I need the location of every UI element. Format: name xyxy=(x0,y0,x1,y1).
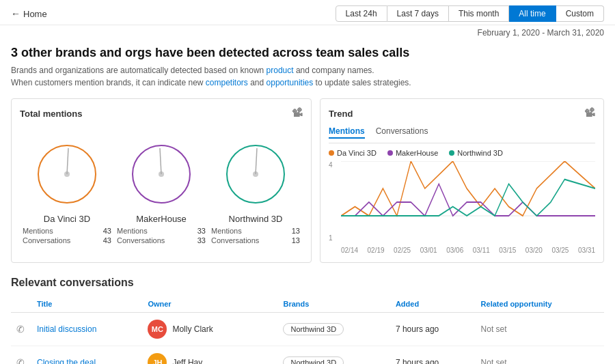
makerhouse-stats: Mentions 33 Conversations 33 xyxy=(117,227,206,244)
brand-northwind: Northwind 3D Mentions 13 Conversations 1… xyxy=(211,133,300,244)
row1-added: 7 hours ago xyxy=(390,313,476,346)
table-row: ✆ Initial discussion MC Molly Clark Nort… xyxy=(11,313,604,346)
trend-tabs: Mentions Conversations xyxy=(329,126,595,143)
trend-legend: Da Vinci 3D MakerHouse Northwind 3D xyxy=(329,149,595,157)
row1-avatar: MC xyxy=(148,320,167,339)
page-description: Brands and organizations are automatical… xyxy=(11,64,604,89)
back-link[interactable]: ← Home xyxy=(11,8,47,19)
chart-area: 02/14 02/19 02/25 03/01 03/06 03/11 03/1… xyxy=(341,161,595,254)
row2-brand: Northwind 3D xyxy=(277,346,390,365)
cards-row: Total mentions 📽 Da Vinci 3D Mentions xyxy=(11,98,604,263)
total-mentions-card: Total mentions 📽 Da Vinci 3D Mentions xyxy=(11,98,312,263)
product-link[interactable]: product xyxy=(266,66,294,75)
davinci-name: Da Vinci 3D xyxy=(23,214,111,224)
trend-export-icon[interactable]: 📽 xyxy=(584,107,595,120)
th-owner: Owner xyxy=(142,296,277,313)
row2-owner-name: Jeff Hay xyxy=(172,358,202,364)
row1-owner-name: Molly Clark xyxy=(172,324,213,334)
row2-brand-tag: Northwind 3D xyxy=(283,356,344,364)
time-filters: Last 24h Last 7 days This month All time… xyxy=(336,5,604,22)
row1-owner: MC Molly Clark xyxy=(142,313,277,346)
y-axis: 4 1 xyxy=(329,161,338,254)
th-added: Added xyxy=(390,296,476,313)
desc-line2: When customers mention brands, it can in… xyxy=(11,78,411,87)
legend-makerhouse-dot xyxy=(387,150,393,156)
svg-line-5 xyxy=(160,148,161,174)
northwind-circle-svg xyxy=(211,133,300,208)
row2-icon: ✆ xyxy=(11,346,31,365)
row2-avatar: JH xyxy=(148,353,167,364)
davinci-circle-svg xyxy=(23,133,111,208)
header: ← Home Last 24h Last 7 days This month A… xyxy=(0,0,615,25)
legend-davinci: Da Vinci 3D xyxy=(329,149,377,157)
filter-last24h[interactable]: Last 24h xyxy=(336,5,387,22)
opportunities-link[interactable]: opportunities xyxy=(266,78,314,87)
row2-opportunity: Not set xyxy=(476,346,604,365)
trend-card: Trend 📽 Mentions Conversations Da Vinci … xyxy=(320,98,604,263)
conversations-table: Title Owner Brands Added Related opportu… xyxy=(11,296,604,364)
northwind-stats: Mentions 13 Conversations 13 xyxy=(211,227,300,244)
row1-icon: ✆ xyxy=(11,313,31,346)
brand-makerhouse: MakerHouse Mentions 33 Conversations 33 xyxy=(117,133,206,244)
circles-row: Da Vinci 3D Mentions 43 Conversations 43 xyxy=(20,126,303,251)
legend-northwind-dot xyxy=(449,150,454,156)
back-label: Home xyxy=(23,9,47,19)
row2-title[interactable]: Closing the deal xyxy=(31,346,142,365)
back-arrow-icon: ← xyxy=(11,8,20,19)
svg-line-2 xyxy=(67,148,68,174)
desc-line1: Brands and organizations are automatical… xyxy=(11,66,374,75)
th-icon xyxy=(11,296,31,313)
davinci-stats: Mentions 43 Conversations 43 xyxy=(23,227,111,244)
phone-icon: ✆ xyxy=(16,357,25,364)
row2-owner: JH Jeff Hay xyxy=(142,346,277,365)
makerhouse-circle-svg xyxy=(117,133,206,208)
makerhouse-name: MakerHouse xyxy=(117,214,206,224)
row1-opportunity: Not set xyxy=(476,313,604,346)
row1-brand-tag: Northwind 3D xyxy=(283,323,344,335)
filter-last7days[interactable]: Last 7 days xyxy=(387,5,449,22)
brand-davinci: Da Vinci 3D Mentions 43 Conversations 43 xyxy=(23,133,111,244)
legend-northwind: Northwind 3D xyxy=(449,149,503,157)
filter-custom[interactable]: Custom xyxy=(556,5,604,22)
chart-container: 4 1 xyxy=(329,161,595,254)
phone-icon: ✆ xyxy=(16,324,25,335)
trend-chart-svg xyxy=(341,161,595,243)
th-brands: Brands xyxy=(277,296,390,313)
page-title: 3 other brands and orgs have been detect… xyxy=(11,46,604,60)
row1-title[interactable]: Initial discussion xyxy=(31,313,142,346)
section-title: Relevant conversations xyxy=(11,277,604,289)
tab-conversations[interactable]: Conversations xyxy=(376,126,428,139)
total-mentions-title: Total mentions 📽 xyxy=(20,107,303,120)
legend-davinci-dot xyxy=(329,150,334,156)
filter-thismonth[interactable]: This month xyxy=(449,5,509,22)
table-header-row: Title Owner Brands Added Related opportu… xyxy=(11,296,604,313)
table-row: ✆ Closing the deal JH Jeff Hay Northwind… xyxy=(11,346,604,365)
export-icon[interactable]: 📽 xyxy=(292,107,303,120)
th-title: Title xyxy=(31,296,142,313)
trend-title: Trend 📽 xyxy=(329,107,595,120)
competitors-link[interactable]: competitors xyxy=(206,78,248,87)
row1-brand: Northwind 3D xyxy=(277,313,390,346)
tab-mentions[interactable]: Mentions xyxy=(329,126,365,139)
svg-line-8 xyxy=(256,148,257,174)
filter-alltime[interactable]: All time xyxy=(509,5,556,22)
th-opportunity: Related opportunity xyxy=(476,296,604,313)
row2-added: 7 hours ago xyxy=(390,346,476,365)
northwind-name: Northwind 3D xyxy=(211,214,300,224)
date-range: February 1, 2020 - March 31, 2020 xyxy=(0,25,615,40)
legend-makerhouse: MakerHouse xyxy=(387,149,438,157)
main-content: 3 other brands and orgs have been detect… xyxy=(0,40,615,364)
x-axis-labels: 02/14 02/19 02/25 03/01 03/06 03/11 03/1… xyxy=(341,247,595,254)
